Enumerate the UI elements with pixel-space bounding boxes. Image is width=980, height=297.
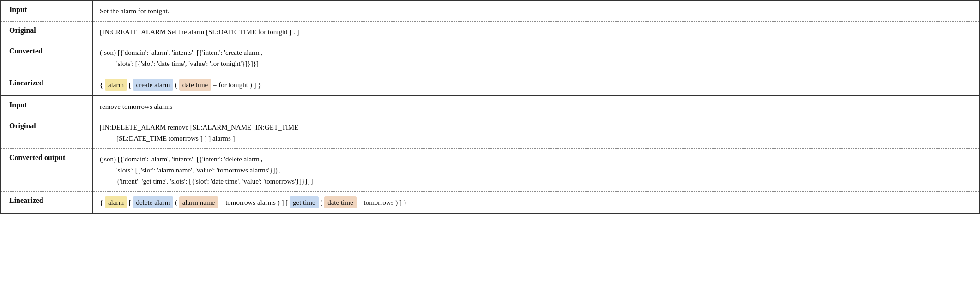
content-s1-input: Set the alarm for tonight. (93, 0, 980, 22)
row-s1-original: Original [IN:CREATE_ALARM Set the alarm … (0, 22, 980, 42)
input-text-1: Set the alarm for tonight. (100, 7, 169, 15)
label-text: Original (9, 122, 36, 130)
lin1-token-alarm: alarm (105, 79, 127, 91)
label-s2-linearized: Linearized (0, 192, 93, 214)
row-s1-input: Input Set the alarm for tonight. (0, 0, 980, 22)
label-s1-input: Input (0, 0, 93, 22)
label-text: Input (9, 101, 27, 109)
label-text: Input (9, 6, 27, 13)
conv-out-line3: {'intent': 'get time', 'slots': [{'slot'… (100, 178, 313, 185)
lin2-token-date-time: date time (324, 196, 356, 208)
label-text: Original (9, 26, 36, 34)
label-text: Converted output (9, 154, 65, 161)
lin2-token-get-time: get time (290, 196, 319, 208)
lin1-bracket-open: [ (127, 81, 133, 89)
conv-out-line2: 'slots': [{'slot': 'alarm name', 'value'… (100, 166, 280, 174)
converted-line-2: 'slots': [{'slot': 'date time', 'value':… (100, 60, 259, 67)
row-s2-converted-output: Converted output (json) [{'domain': 'ala… (0, 149, 980, 192)
lin1-token-create-alarm: create alarm (133, 79, 174, 91)
row-s2-linearized: Linearized { alarm [ delete alarm ( alar… (0, 192, 980, 214)
lin2-token-alarm-name: alarm name (179, 196, 218, 208)
content-s2-original: [IN:DELETE_ALARM remove [SL:ALARM_NAME [… (93, 117, 980, 149)
row-s2-input: Input remove tomorrows alarms (0, 96, 980, 117)
original-text-2-line1: [IN:DELETE_ALARM remove [SL:ALARM_NAME [… (100, 124, 298, 131)
row-s1-converted: Converted (json) [{'domain': 'alarm', 'i… (0, 42, 980, 74)
label-text: Linearized (9, 196, 43, 204)
main-table: Input Set the alarm for tonight. Origina… (0, 0, 980, 214)
lin1-brace-open: { (100, 81, 105, 89)
label-s1-original: Original (0, 22, 93, 42)
lin2-eq2: = tomorrows ) ] } (357, 199, 407, 206)
lin2-paren1-open: ( (173, 199, 179, 206)
label-s1-converted: Converted (0, 42, 93, 74)
label-s2-converted-output: Converted output (0, 149, 93, 192)
label-text: Converted (9, 47, 42, 55)
label-text: Linearized (9, 79, 43, 87)
converted-line-1: (json) [{'domain': 'alarm', 'intents': [… (100, 49, 262, 56)
content-s2-linearized: { alarm [ delete alarm ( alarm name = to… (93, 192, 980, 214)
original-text-1: [IN:CREATE_ALARM Set the alarm [SL:DATE_… (100, 28, 299, 36)
lin1-paren-open: ( (173, 81, 179, 89)
original-text-2-line2: [SL:DATE_TIME tomorrows ] ] ] alarms ] (100, 135, 235, 142)
label-s2-input: Input (0, 96, 93, 117)
lin2-brace-open: { (100, 199, 105, 206)
label-s1-linearized: Linearized (0, 74, 93, 96)
row-s1-linearized: Linearized { alarm [ create alarm ( date… (0, 74, 980, 96)
content-s1-converted: (json) [{'domain': 'alarm', 'intents': [… (93, 42, 980, 74)
lin2-eq1: = tomorrows alarms ) ] [ (218, 199, 290, 206)
lin1-equals: = for tonight ) ] } (211, 81, 261, 89)
lin2-bracket1-open: [ (127, 199, 133, 206)
lin2-paren2-open: ( (319, 199, 325, 206)
lin1-token-date-time: date time (179, 79, 211, 91)
lin2-token-delete-alarm: delete alarm (133, 196, 174, 208)
lin2-token-alarm: alarm (105, 196, 127, 208)
content-s2-input: remove tomorrows alarms (93, 96, 980, 117)
row-s2-original: Original [IN:DELETE_ALARM remove [SL:ALA… (0, 117, 980, 149)
conv-out-line1: (json) [{'domain': 'alarm', 'intents': [… (100, 155, 262, 163)
input-text-2: remove tomorrows alarms (100, 103, 172, 110)
content-s2-converted-output: (json) [{'domain': 'alarm', 'intents': [… (93, 149, 980, 192)
content-s1-linearized: { alarm [ create alarm ( date time = for… (93, 74, 980, 96)
label-s2-original: Original (0, 117, 93, 149)
content-s1-original: [IN:CREATE_ALARM Set the alarm [SL:DATE_… (93, 22, 980, 42)
